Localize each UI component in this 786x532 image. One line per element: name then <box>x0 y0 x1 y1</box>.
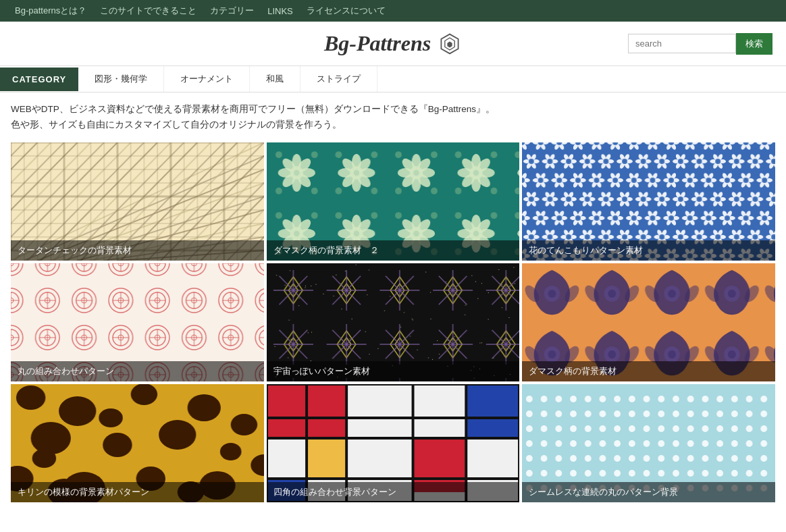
top-navigation: Bg-patternsとは？このサイトでできることカテゴリーLINKSライセンス… <box>0 0 786 22</box>
grid-item[interactable]: キリンの模様の背景素材パターン <box>11 384 264 502</box>
grid-item[interactable]: 四角の組み合わせ背景パターン <box>267 384 520 502</box>
description-area: WEBやDTP、ビジネス資料などで使える背景素材を商用可でフリー（無料）ダウンロ… <box>0 92 786 140</box>
grid-item[interactable]: ダマスク柄の背景素材 ２ <box>267 142 520 261</box>
logo-area: Bg-Pattrens <box>267 31 520 56</box>
category-tab[interactable]: オーナメント <box>164 66 250 92</box>
nav-item[interactable]: カテゴリー <box>203 5 261 17</box>
pattern-label: ダマスク柄の背景素材 ２ <box>267 240 520 261</box>
pattern-label: 丸の組み合わせパターン <box>11 361 264 381</box>
pattern-label: 宇宙っぽいパターン素材 <box>267 361 520 381</box>
pattern-grid: タータンチェックの背景素材ダマスク柄の背景素材 ２花のてんこもりパターン素材丸の… <box>0 140 786 513</box>
search-input[interactable] <box>628 34 736 53</box>
pattern-label: シームレスな連続の丸のパターン背景 <box>522 482 775 502</box>
nav-item[interactable]: このサイトでできること <box>93 5 203 17</box>
grid-item[interactable]: 宇宙っぽいパターン素材 <box>267 263 520 381</box>
pattern-label: キリンの模様の背景素材パターン <box>11 482 264 502</box>
svg-marker-2 <box>448 41 452 47</box>
category-label: CATEGORY <box>0 68 78 91</box>
grid-item[interactable]: シームレスな連続の丸のパターン背景 <box>522 384 775 502</box>
category-tab[interactable]: ストライプ <box>300 66 377 92</box>
pattern-label: タータンチェックの背景素材 <box>11 240 264 261</box>
search-button[interactable]: 検索 <box>736 33 772 55</box>
grid-item[interactable]: 花のてんこもりパターン素材 <box>522 142 775 261</box>
pattern-label: 四角の組み合わせ背景パターン <box>267 482 520 502</box>
logo-icon <box>438 32 462 56</box>
category-bar: CATEGORY 図形・幾何学オーナメント和風ストライプ <box>0 65 786 92</box>
grid-item[interactable]: 丸の組み合わせパターン <box>11 263 264 381</box>
nav-item[interactable]: ライセンスについて <box>300 5 392 17</box>
site-logo-text[interactable]: Bg-Pattrens <box>324 31 431 56</box>
category-tab[interactable]: 和風 <box>250 66 300 92</box>
grid-item[interactable]: タータンチェックの背景素材 <box>11 142 264 261</box>
site-header: Bg-Pattrens 検索 <box>0 22 786 65</box>
description-line1: WEBやDTP、ビジネス資料などで使える背景素材を商用可でフリー（無料）ダウンロ… <box>11 102 775 117</box>
pattern-label: 花のてんこもりパターン素材 <box>522 240 775 261</box>
search-area: 検索 <box>519 33 772 55</box>
description-line2: 色や形、サイズも自由にカスタマイズして自分のオリジナルの背景を作ろう。 <box>11 117 775 133</box>
nav-item[interactable]: LINKS <box>261 6 300 16</box>
nav-item[interactable]: Bg-patternsとは？ <box>8 5 93 17</box>
grid-item[interactable]: ダマスク柄の背景素材 <box>522 263 775 381</box>
pattern-label: ダマスク柄の背景素材 <box>522 361 775 381</box>
category-tab[interactable]: 図形・幾何学 <box>78 66 164 92</box>
